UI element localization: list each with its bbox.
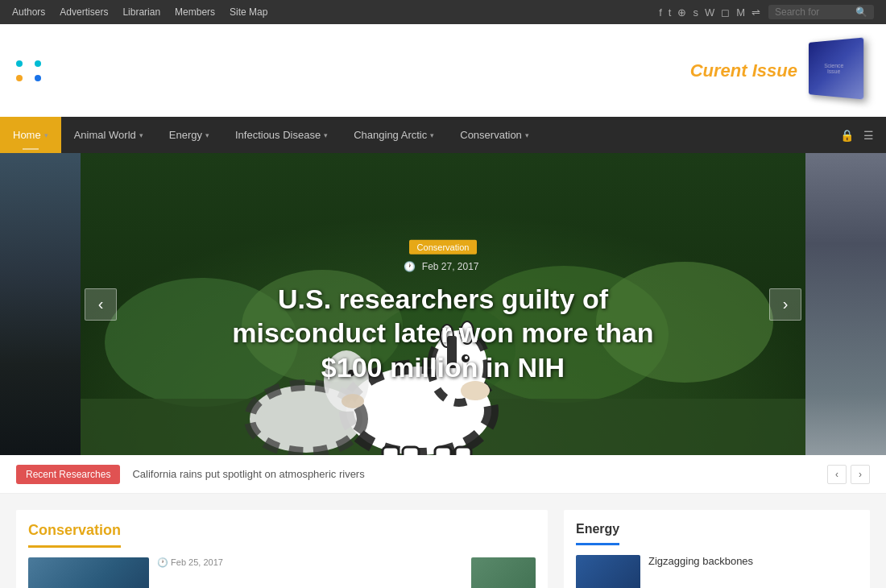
- top-nav: Authors Advertisers Librarian Members Si…: [12, 6, 267, 18]
- hero-date: 🕐 Feb 27, 2017: [222, 260, 664, 271]
- nav-librarian[interactable]: Librarian: [122, 6, 160, 18]
- dot-yellow-1: [16, 75, 23, 81]
- current-issue[interactable]: Curent Issue ScienceIssue: [690, 40, 870, 101]
- animal-arrow: ▾: [139, 131, 143, 139]
- conservation-date: 🕐 Feb 25, 2017: [157, 557, 463, 568]
- slider-next-button[interactable]: ›: [769, 288, 801, 321]
- lock-icon[interactable]: 🔒: [840, 129, 854, 142]
- instagram-icon[interactable]: ◻: [721, 6, 730, 19]
- conservation-arrow: ▾: [525, 131, 529, 139]
- recent-text: California rains put spotlight on atmosp…: [132, 468, 815, 480]
- magazine-book: ScienceIssue: [809, 38, 863, 100]
- facebook-icon[interactable]: f: [659, 6, 662, 19]
- medium-icon[interactable]: M: [736, 6, 745, 19]
- slider-prev-button[interactable]: ‹: [85, 288, 117, 321]
- random-icon[interactable]: ⇌: [751, 6, 760, 19]
- nav-right-icons: 🔒 ☰: [840, 129, 886, 142]
- dot-cyan-1: [16, 60, 23, 67]
- hero-content: Conservation 🕐 Feb 27, 2017 U.S. researc…: [222, 238, 664, 384]
- conservation-title: Conservation: [28, 522, 121, 548]
- svg-rect-18: [435, 447, 451, 455]
- google-icon[interactable]: ⊕: [677, 6, 686, 19]
- twitter-icon[interactable]: t: [669, 6, 672, 19]
- nav-sitemap[interactable]: Site Map: [230, 6, 267, 18]
- conservation-image-1: [28, 557, 149, 588]
- svg-point-23: [342, 394, 364, 408]
- wordpress-icon[interactable]: W: [705, 6, 714, 19]
- arctic-arrow: ▾: [430, 131, 434, 139]
- menu-icon[interactable]: ☰: [863, 129, 874, 142]
- conservation-image-2: [471, 557, 536, 588]
- svg-rect-19: [455, 447, 471, 455]
- nav-energy[interactable]: Energy ▾: [156, 117, 222, 153]
- logo-row-bottom: [16, 75, 41, 81]
- infectious-arrow: ▾: [324, 131, 328, 139]
- search-input[interactable]: [775, 6, 855, 18]
- current-issue-label: Curent Issue: [690, 60, 797, 81]
- bottom-sections: Conservation 🕐 Feb 25, 2017 Energy Zigza…: [0, 494, 886, 588]
- recent-bar: Recent Researches California rains put s…: [0, 455, 886, 494]
- dot-cyan-2: [35, 60, 41, 67]
- conservation-text: 🕐 Feb 25, 2017: [157, 557, 463, 588]
- energy-section: Energy Zigzagging backbones: [564, 510, 870, 588]
- nav-advertisers[interactable]: Advertisers: [60, 6, 108, 18]
- nav-conservation[interactable]: Conservation ▾: [447, 117, 542, 153]
- recent-nav: ‹ ›: [827, 465, 870, 484]
- home-arrow: ▾: [44, 131, 48, 139]
- energy-title: Energy: [576, 522, 619, 545]
- top-bar: Authors Advertisers Librarian Members Si…: [0, 0, 886, 24]
- conservation-content: 🕐 Feb 25, 2017: [28, 557, 536, 588]
- date-icon: 🕐: [157, 557, 168, 567]
- social-icons: f t ⊕ s W ◻ M ⇌: [659, 6, 760, 19]
- clock-icon: 🕐: [404, 260, 416, 271]
- energy-image: [576, 555, 640, 588]
- recent-next-button[interactable]: ›: [851, 465, 870, 484]
- nav-members[interactable]: Members: [175, 6, 215, 18]
- hero-slider: Conservation 🕐 Feb 27, 2017 U.S. researc…: [0, 153, 886, 455]
- svg-rect-17: [403, 447, 419, 455]
- logo-row-top: [16, 60, 41, 67]
- logo-dots: [16, 60, 41, 81]
- energy-arrow: ▾: [205, 131, 209, 139]
- nav-animal-world[interactable]: Animal World ▾: [61, 117, 156, 153]
- slider-right-panel: [805, 153, 886, 455]
- dot-blue-1: [35, 75, 41, 81]
- svg-rect-16: [383, 447, 399, 455]
- search-bar: 🔍: [768, 5, 874, 19]
- nav-home[interactable]: Home ▾: [0, 117, 61, 153]
- stumble-icon[interactable]: s: [693, 6, 698, 19]
- top-bar-right: f t ⊕ s W ◻ M ⇌ 🔍: [659, 5, 874, 19]
- magazine-icon: ScienceIssue: [805, 40, 870, 101]
- nav-infectious-disease[interactable]: Infectious Disease ▾: [222, 117, 341, 153]
- hero-badge[interactable]: Conservation: [409, 239, 478, 254]
- recent-prev-button[interactable]: ‹: [827, 465, 847, 484]
- slider-left-panel: [0, 153, 81, 455]
- search-icon[interactable]: 🔍: [855, 6, 867, 18]
- recent-label: Recent Researches: [16, 465, 120, 484]
- hero-title: U.S. researchers guilty of misconduct la…: [222, 281, 664, 384]
- energy-article-title: Zigzagging backbones: [648, 555, 753, 567]
- nav-changing-arctic[interactable]: Changing Arctic ▾: [341, 117, 447, 153]
- nav-authors[interactable]: Authors: [12, 6, 45, 18]
- nav-items: Home ▾ Animal World ▾ Energy ▾ Infectiou…: [0, 117, 840, 153]
- main-nav: Home ▾ Animal World ▾ Energy ▾ Infectiou…: [0, 117, 886, 153]
- energy-item: Zigzagging backbones: [576, 555, 858, 588]
- header: Curent Issue ScienceIssue: [0, 24, 886, 117]
- conservation-section: Conservation 🕐 Feb 25, 2017: [16, 510, 548, 588]
